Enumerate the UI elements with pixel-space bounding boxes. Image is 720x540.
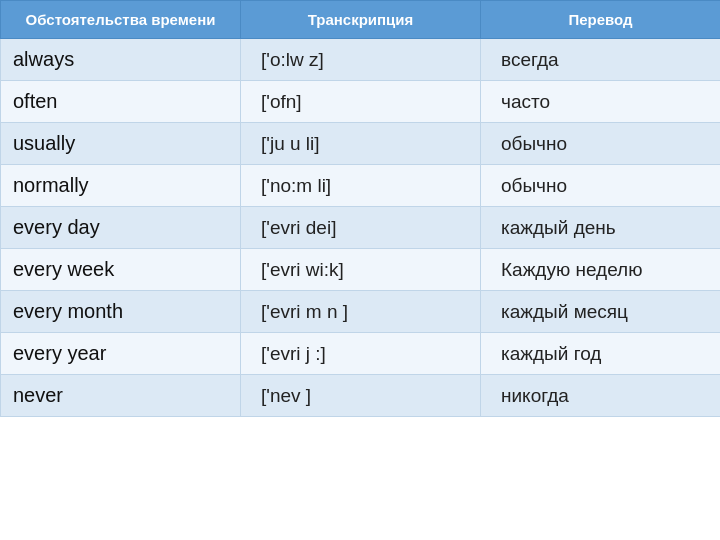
transcription-cell: ['ju u li] — [241, 123, 481, 165]
word-cell: every year — [1, 333, 241, 375]
word-cell: every week — [1, 249, 241, 291]
translation-cell: каждый месяц — [481, 291, 721, 333]
header-col3: Перевод — [481, 1, 721, 39]
table-row: never['nev ]никогда — [1, 375, 721, 417]
translation-cell: каждый год — [481, 333, 721, 375]
transcription-cell: ['evri m n ] — [241, 291, 481, 333]
translation-cell: каждый день — [481, 207, 721, 249]
translation-cell: обычно — [481, 123, 721, 165]
word-cell: often — [1, 81, 241, 123]
word-cell: always — [1, 39, 241, 81]
transcription-cell: ['nev ] — [241, 375, 481, 417]
table-row: every year['evri j :]каждый год — [1, 333, 721, 375]
table-row: often['ofn]часто — [1, 81, 721, 123]
transcription-cell: ['no:m li] — [241, 165, 481, 207]
header-col1: Обстоятельства времени — [1, 1, 241, 39]
translation-cell: всегда — [481, 39, 721, 81]
translation-cell: никогда — [481, 375, 721, 417]
table-row: always['o:lw z]всегда — [1, 39, 721, 81]
translation-cell: обычно — [481, 165, 721, 207]
word-cell: usually — [1, 123, 241, 165]
word-cell: never — [1, 375, 241, 417]
table-row: every day['evri dei]каждый день — [1, 207, 721, 249]
table-row: normally['no:m li]обычно — [1, 165, 721, 207]
translation-cell: часто — [481, 81, 721, 123]
transcription-cell: ['evri wi:k] — [241, 249, 481, 291]
translation-cell: Каждую неделю — [481, 249, 721, 291]
word-cell: every day — [1, 207, 241, 249]
table-row: usually['ju u li]обычно — [1, 123, 721, 165]
header-col2: Транскрипция — [241, 1, 481, 39]
word-cell: every month — [1, 291, 241, 333]
table-row: every month['evri m n ]каждый месяц — [1, 291, 721, 333]
transcription-cell: ['o:lw z] — [241, 39, 481, 81]
transcription-cell: ['ofn] — [241, 81, 481, 123]
table-row: every week['evri wi:k]Каждую неделю — [1, 249, 721, 291]
transcription-cell: ['evri j :] — [241, 333, 481, 375]
word-cell: normally — [1, 165, 241, 207]
transcription-cell: ['evri dei] — [241, 207, 481, 249]
